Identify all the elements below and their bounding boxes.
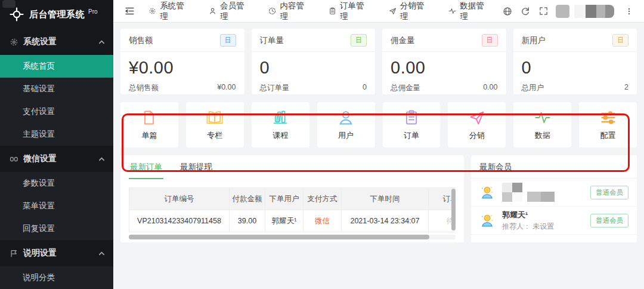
redacted-member-name — [502, 183, 590, 202]
table-row: VP210314233407911458 39.00 郭耀天¹ 微信 2021-… — [129, 210, 456, 232]
pulse-icon — [534, 109, 551, 126]
orders-table: 订单编号 付款金额 下单用户 支付方式 下单时间 订单状态 — [129, 187, 456, 232]
tab-latest-orders[interactable]: 最新订单 — [129, 155, 163, 179]
app-logo[interactable]: 后台管理系统 Pro — [0, 0, 113, 29]
sidebar-section-system[interactable]: 系统设置 — [0, 29, 113, 55]
member-level-badge: 普通会员 — [590, 214, 628, 227]
course-icon — [272, 109, 289, 126]
clipboard-icon — [403, 109, 420, 126]
helm-logo-icon — [10, 7, 24, 21]
stat-card-commission: 佣金量日 0.00 总佣金量0.00 — [382, 29, 506, 94]
order-amount: 39.00 — [230, 210, 265, 232]
app-title-badge: Pro — [88, 8, 98, 15]
sidebar-section-notes[interactable]: 说明设置 — [0, 240, 113, 266]
user-icon — [209, 7, 216, 16]
clipboard-icon — [329, 7, 336, 16]
stat-value: 0.00 — [382, 52, 506, 78]
shortcut-data[interactable]: 数据 — [513, 102, 571, 147]
latest-members-panel: 最新会员 普通会员 — [471, 155, 637, 242]
day-toggle-badge[interactable]: 日 — [482, 34, 498, 47]
language-button[interactable] — [499, 0, 516, 23]
collapse-sidebar-button[interactable] — [120, 0, 138, 23]
member-avatar-icon — [479, 213, 495, 228]
sidebar-item-payment[interactable]: 支付设置 — [0, 100, 113, 123]
nav-data[interactable]: 数据管理 — [438, 0, 499, 23]
nav-system[interactable]: 系统管理 — [138, 0, 199, 23]
chevron-up-icon — [98, 156, 105, 162]
send-icon — [389, 7, 397, 16]
bottom-row: 最新订单 最新提现 订单编号 付款金额 下单用户 支付方式 — [120, 155, 637, 242]
nav-members[interactable]: 会员管理 — [199, 0, 259, 23]
user-account-blurred[interactable] — [556, 5, 614, 18]
nav-distribution[interactable]: 分销管理 — [379, 0, 439, 23]
history-icon — [268, 7, 276, 16]
sidebar: 后台管理系统 Pro 系统设置 系统首页 基础设置 支付设置 主题设置 微信设置… — [0, 0, 113, 289]
main-area: 系统管理 会员管理 内容管理 订单管理 分销管理 数据管理 — [113, 0, 644, 289]
gear-icon — [10, 38, 18, 47]
sidebar-item-menu[interactable]: 菜单设置 — [0, 195, 113, 217]
sidebar-item-basic[interactable]: 基础设置 — [0, 78, 113, 100]
shortcut-config[interactable]: 配置 — [579, 102, 637, 147]
shortcut-column[interactable]: 专栏 — [186, 102, 244, 147]
refresh-button[interactable] — [516, 0, 534, 23]
more-vertical-icon — [625, 7, 633, 16]
sidebar-item-note-category[interactable]: 说明分类 — [0, 266, 113, 289]
day-toggle-badge[interactable]: 日 — [351, 34, 367, 47]
app-title: 后台管理系统 — [29, 9, 85, 20]
pulse-icon — [448, 7, 456, 16]
sidebar-item-reply[interactable]: 回复设置 — [0, 217, 113, 240]
day-toggle-badge[interactable]: 日 — [612, 34, 628, 47]
chevron-up-icon — [98, 250, 105, 257]
shortcut-course[interactable]: 课程 — [252, 102, 309, 147]
document-icon — [141, 109, 157, 126]
paper-plane-icon — [469, 109, 485, 126]
nav-orders[interactable]: 订单管理 — [318, 0, 379, 23]
members-panel-title: 最新会员 — [471, 155, 637, 179]
vertical-scrollbar[interactable] — [451, 189, 456, 230]
stat-card-orders: 订单量日 0 总订单量0 — [252, 29, 376, 94]
more-menu-button[interactable] — [620, 0, 638, 23]
table-header-row: 订单编号 付款金额 下单用户 支付方式 下单时间 订单状态 — [129, 188, 456, 210]
shortcut-orders[interactable]: 订单 — [383, 102, 441, 147]
shortcut-row: 单篇 专栏 课程 用户 订单 — [120, 102, 637, 147]
day-toggle-badge[interactable]: 日 — [220, 34, 236, 47]
sliders-icon — [600, 109, 617, 126]
collapse-icon — [125, 6, 135, 16]
flag-icon — [10, 249, 18, 258]
member-avatar-icon — [479, 185, 495, 200]
content: 销售额日 ¥0.00 总销售额¥0.00 订单量日 0 总订单量0 佣金量日 0… — [113, 23, 644, 289]
book-icon — [206, 109, 224, 126]
horizontal-scrollbar[interactable] — [129, 235, 456, 239]
person-icon — [338, 109, 354, 126]
wechat-icon — [10, 155, 18, 164]
order-user: 郭耀天¹ — [265, 210, 304, 232]
tab-latest-withdrawals[interactable]: 最新提现 — [179, 155, 213, 179]
member-row: 普通会员 — [471, 179, 637, 207]
shortcut-single-article[interactable]: 单篇 — [120, 102, 178, 147]
fullscreen-icon — [539, 7, 548, 16]
gear-icon — [148, 7, 156, 16]
stat-value: 0 — [252, 52, 376, 78]
scrollbar-thumb[interactable] — [129, 235, 429, 239]
stat-value: 0 — [513, 52, 637, 78]
nav-content[interactable]: 内容管理 — [258, 0, 318, 23]
sidebar-section-wechat[interactable]: 微信设置 — [0, 146, 113, 172]
stat-card-new-users: 新用户日 0 总用户2 — [513, 29, 637, 94]
topbar: 系统管理 会员管理 内容管理 订单管理 分销管理 数据管理 — [113, 0, 644, 23]
sidebar-item-home[interactable]: 系统首页 — [0, 55, 113, 78]
order-time: 2021-03-14 23:34:07 — [342, 210, 429, 232]
member-row: 郭耀天¹ 推荐人： 未设置 普通会员 — [471, 207, 637, 235]
shortcut-distribution[interactable]: 分销 — [448, 102, 506, 147]
orders-tabs: 最新订单 最新提现 — [120, 155, 464, 180]
admin-dashboard: 后台管理系统 Pro 系统设置 系统首页 基础设置 支付设置 主题设置 微信设置… — [0, 0, 644, 289]
avatar — [556, 5, 569, 18]
stat-cards-row: 销售额日 ¥0.00 总销售额¥0.00 订单量日 0 总订单量0 佣金量日 0… — [120, 29, 637, 94]
order-number: VP210314233407911458 — [129, 210, 230, 232]
stat-value: ¥0.00 — [120, 52, 244, 78]
member-referrer: 推荐人： 未设置 — [502, 222, 590, 232]
refresh-icon — [521, 7, 530, 16]
fullscreen-button[interactable] — [534, 0, 552, 23]
sidebar-item-params[interactable]: 参数设置 — [0, 172, 113, 195]
sidebar-item-theme[interactable]: 主题设置 — [0, 123, 113, 146]
shortcut-users[interactable]: 用户 — [317, 102, 375, 147]
